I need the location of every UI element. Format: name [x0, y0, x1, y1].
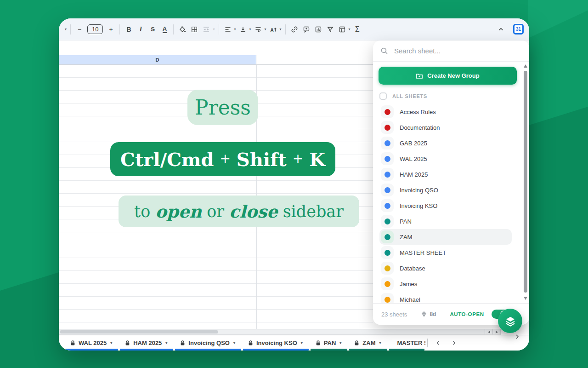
chevron-down-icon[interactable]: ▾: [349, 27, 351, 31]
chevron-down-icon: ▾: [339, 341, 341, 345]
folder-plus-icon: [416, 72, 423, 80]
sheet-list-item[interactable]: Database: [379, 260, 512, 276]
sheet-count: 23 sheets: [381, 311, 407, 318]
vertical-align-icon[interactable]: [237, 23, 249, 36]
chevron-down-icon: ▾: [110, 341, 112, 345]
layers-icon: [505, 316, 516, 327]
svg-text:A: A: [270, 27, 273, 32]
sheet-tab-master-sheet[interactable]: MASTER SHEET: [388, 335, 425, 351]
all-sheets-checkbox[interactable]: [379, 92, 387, 100]
sheet-list-item[interactable]: Invoicing KSO: [379, 198, 512, 213]
search-icon: [380, 47, 388, 55]
diamond-icon: [421, 311, 427, 317]
zoom-in-button[interactable]: +: [105, 23, 117, 36]
sheet-list-item-active[interactable]: ZAM: [379, 229, 512, 245]
create-new-group-button[interactable]: Create New Group: [379, 67, 517, 85]
sheet-color-dot: [384, 156, 390, 162]
chevron-down-icon[interactable]: ▾: [65, 27, 67, 31]
sheet-list-item[interactable]: PAN: [379, 213, 512, 229]
sheet-color-dot: [384, 125, 390, 131]
search-input[interactable]: [393, 46, 501, 55]
sheet-list-item[interactable]: Access Rules: [379, 104, 512, 120]
sheet-list-item[interactable]: MASTER SHEET: [379, 245, 512, 260]
lock-icon: [354, 340, 359, 346]
lock-icon: [125, 340, 130, 346]
chevron-down-icon: ▾: [301, 341, 303, 345]
collapse-chevron-icon[interactable]: [514, 334, 520, 340]
sheet-list-item[interactable]: WAL 2025: [379, 151, 512, 167]
chevron-down-icon: ▾: [165, 341, 167, 345]
sidebar-scrollbar[interactable]: [523, 64, 528, 300]
text-wrapping-icon[interactable]: [252, 23, 264, 36]
sheet-tab-ham-2025[interactable]: HAM 2025 ▾: [119, 335, 174, 351]
sidebar-scrollbar-thumb[interactable]: [524, 71, 527, 293]
sheet-list-item[interactable]: Documentation: [379, 120, 512, 135]
sheet-manager-sidebar: Create New Group ALL SHEETS Access Rules…: [373, 40, 529, 325]
insert-chart-icon[interactable]: [312, 23, 324, 36]
overlay-press-text: Press: [187, 90, 258, 125]
search-row: [373, 40, 529, 62]
insert-link-icon[interactable]: [288, 23, 300, 36]
zoom-out-button[interactable]: −: [74, 23, 85, 36]
tabs-scroll-left-icon[interactable]: [435, 340, 441, 346]
sheet-list-item[interactable]: GAB 2025: [379, 135, 512, 151]
sheets-toolbar: ▾ − 10 + B I S A ▾ ▾: [59, 18, 529, 40]
all-sheets-row: ALL SHEETS: [379, 92, 529, 101]
font-size-input[interactable]: 10: [87, 24, 103, 34]
trial-indicator: 8d: [421, 311, 436, 317]
sheet-color-dot: [384, 265, 390, 271]
italic-button[interactable]: I: [135, 23, 147, 36]
bold-button[interactable]: B: [123, 23, 135, 36]
create-filter-icon[interactable]: [324, 23, 336, 36]
insert-comment-icon[interactable]: [300, 23, 312, 36]
sheet-tab-invoicing-qso[interactable]: Invoicing QSO ▾: [174, 335, 242, 351]
chevron-down-icon: ▾: [379, 341, 381, 345]
fill-color-icon[interactable]: [176, 23, 188, 36]
sheet-color-dot: [384, 203, 390, 209]
chevron-down-icon[interactable]: ▾: [280, 27, 282, 31]
chevron-down-icon[interactable]: ▾: [265, 27, 266, 31]
sheet-manager-fab[interactable]: [498, 309, 522, 333]
sheet-color-dot: [384, 187, 390, 193]
sheet-color-dot: [384, 109, 390, 115]
sheet-tab-pan[interactable]: PAN ▾: [310, 335, 349, 351]
column-header-d[interactable]: D: [59, 55, 256, 64]
horizontal-scrollbar-thumb[interactable]: [60, 330, 218, 334]
chevron-down-icon[interactable]: ▾: [249, 27, 251, 31]
sheet-color-dot: [384, 218, 390, 224]
overlay-tagline-text: to open or close sidebar: [119, 196, 359, 227]
scroll-up-arrow[interactable]: [524, 64, 527, 68]
chevron-down-icon: ▾: [233, 341, 235, 345]
text-rotation-icon[interactable]: A: [267, 23, 279, 36]
horizontal-scrollbar[interactable]: [59, 329, 501, 335]
scroll-down-arrow[interactable]: [524, 297, 527, 300]
strikethrough-button[interactable]: S: [147, 23, 158, 36]
chevron-down-icon[interactable]: ▾: [213, 27, 215, 31]
chevron-down-icon[interactable]: ▾: [234, 27, 236, 31]
tabs-scroll-right-icon[interactable]: [451, 340, 457, 346]
table-views-icon[interactable]: [336, 23, 348, 36]
all-sheets-label: ALL SHEETS: [392, 93, 427, 99]
sheet-color-dot: [384, 297, 390, 303]
lock-icon: [70, 340, 75, 346]
auto-open-label: AUTO-OPEN: [450, 311, 484, 317]
sheet-color-dot: [384, 234, 390, 240]
merge-cells-icon[interactable]: [200, 23, 212, 36]
scroll-left-button[interactable]: [485, 329, 492, 334]
borders-icon[interactable]: [188, 23, 200, 36]
sheet-color-dot: [384, 140, 390, 146]
sheet-list-item[interactable]: Invoicing QSO: [379, 182, 512, 198]
text-color-button[interactable]: A: [158, 23, 170, 36]
functions-button[interactable]: Σ: [351, 23, 363, 36]
sheet-color-dot: [384, 250, 390, 256]
hide-menus-icon[interactable]: [495, 23, 507, 36]
sheet-tab-wal-2025[interactable]: WAL 2025 ▾: [64, 335, 119, 351]
sheet-list-item[interactable]: HAM 2025: [379, 167, 512, 182]
scroll-right-button[interactable]: [492, 329, 500, 334]
sheet-list-item[interactable]: James: [379, 276, 512, 292]
calendar-icon[interactable]: 31: [513, 24, 524, 34]
sheet-tab-zam[interactable]: ZAM ▾: [348, 335, 388, 351]
sheet-tab-invoicing-kso[interactable]: Invoicing KSO ▾: [242, 335, 310, 351]
sheet-color-dot: [384, 172, 390, 178]
horizontal-align-icon[interactable]: [222, 23, 234, 36]
